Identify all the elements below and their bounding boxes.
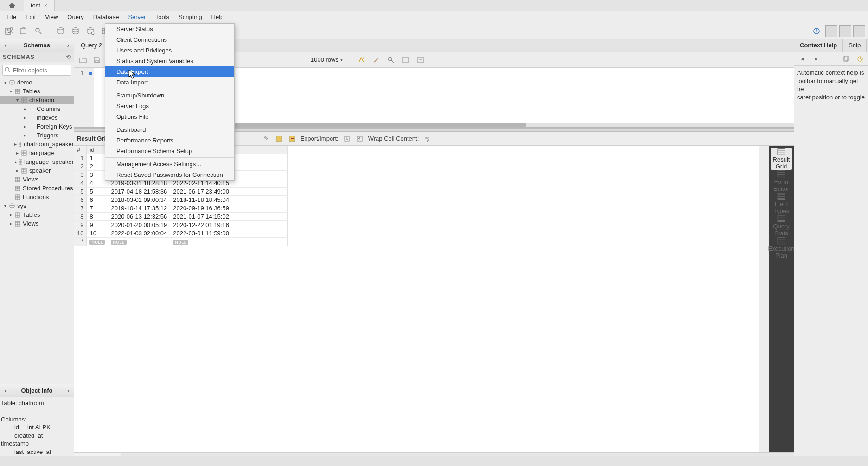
toggle-side-panel[interactable] [759,146,769,452]
svg-point-22 [10,204,14,206]
beautify-icon[interactable] [356,55,366,65]
table-row[interactable]: 10102022-01-03 02:00:042022-03-01 11:59:… [74,229,287,238]
server-menu-server-status[interactable]: Server Status [105,24,234,34]
server-menu-users-and-privileges[interactable]: Users and Privileges [105,45,234,56]
ctx-copy-icon[interactable] [841,54,851,64]
db-icon-2[interactable] [70,25,82,37]
ctx-auto-icon[interactable] [855,54,865,64]
menu-edit[interactable]: Edit [21,11,40,23]
table-language[interactable]: ▸language [0,149,74,157]
reconnect-icon[interactable] [811,25,823,37]
server-menu-server-logs[interactable]: Server Logs [105,101,234,111]
menu-view[interactable]: View [40,11,63,23]
menu-tools[interactable]: Tools [151,11,174,23]
result-view-query-stats[interactable]: QueryStats [771,214,792,237]
functions-folder[interactable]: Functions [0,193,74,201]
column-header-4[interactable] [232,146,287,154]
context-help-tab[interactable]: Context Help [794,39,843,52]
table-row[interactable]: 552017-04-18 21:58:362021-06-17 23:49:00 [74,188,287,196]
server-menu-options-file[interactable]: Options File [105,111,234,122]
menu-scripting[interactable]: Scripting [174,11,207,23]
server-menu-data-import[interactable]: Data Import [105,77,234,88]
panel-toggle-1[interactable] [825,25,837,37]
menu-help[interactable]: Help [207,11,229,23]
chevron-down-icon: ▾ [340,57,343,62]
new-sql-tab-icon[interactable]: SQL [3,25,15,37]
import-icon[interactable] [355,134,364,143]
refresh-icon[interactable]: ⟲ [66,53,71,60]
result-view-field-types[interactable]: FieldTypes [771,192,792,214]
menu-database[interactable]: Database [89,11,124,23]
server-menu-data-export[interactable]: Data Export [105,66,234,77]
svg-rect-24 [15,221,20,226]
add-row-icon[interactable] [274,134,284,143]
open-sql-icon[interactable] [18,25,30,37]
delete-row-icon[interactable] [287,134,297,143]
ctx-fwd-icon[interactable]: ▸ [811,54,821,64]
table-child-indexes[interactable]: ▸Indexes [0,113,74,122]
wrap-cell-icon[interactable] [422,134,432,143]
snippets-tab[interactable]: Snip [843,39,867,52]
toggle-invisible-icon[interactable] [401,55,411,65]
edit-icon[interactable]: ✎ [262,134,271,143]
server-menu-reset-saved-passwords-for-connection[interactable]: Reset Saved Passwords for Connection [105,169,234,180]
find-icon[interactable] [386,55,396,65]
export-icon[interactable] [342,134,351,143]
close-icon[interactable]: × [44,2,48,9]
db-icon-3[interactable] [84,25,96,37]
column-header-#[interactable]: # [74,146,87,154]
server-menu-management-access-settings-[interactable]: Management Access Settings… [105,159,234,169]
wrap-icon[interactable] [415,55,426,65]
filter-objects-input[interactable] [2,65,71,76]
sys-views-folder[interactable]: ▸Views [0,219,74,228]
connection-tab[interactable]: test × [24,0,55,11]
server-menu-status-and-system-variables[interactable]: Status and System Variables [105,56,234,66]
views-folder[interactable]: Views [0,175,74,184]
ctx-back-icon[interactable]: ◂ [797,54,807,64]
menu-query[interactable]: Query [63,11,88,23]
home-icon[interactable] [0,0,24,11]
schema-sys[interactable]: ▾sys [0,201,74,210]
open-file-icon[interactable] [78,55,88,65]
server-menu-startup-shutdown[interactable]: Startup/Shutdown [105,90,234,101]
nav-next-icon[interactable]: › [64,42,73,49]
panel-toggle-2[interactable] [839,25,851,37]
table-chatroom_speaker[interactable]: ▸chatroom_speaker [0,140,74,149]
tables-folder[interactable]: ▾Tables [0,87,74,96]
table-row[interactable]: 662018-03-01 09:00:342018-11-18 18:45:04 [74,196,287,204]
server-menu-performance-reports[interactable]: Performance Reports [105,135,234,146]
brush-icon[interactable] [371,55,381,65]
table-row[interactable]: 772019-10-14 17:35:122020-09-19 16:36:59 [74,204,287,213]
menu-server[interactable]: Server [123,11,150,23]
menu-separator [105,123,234,123]
objinfo-prev-icon[interactable]: ‹ [1,387,10,394]
editor-h-scrollbar[interactable] [148,123,794,127]
menu-file[interactable]: File [2,11,21,23]
result-view-form-editor[interactable]: FormEditor [771,170,792,192]
limit-rows-dropdown[interactable]: 1000 rows ▾ [311,55,343,65]
table-language_speaker[interactable]: ▸language_speaker [0,157,74,166]
table-row[interactable]: 882020-06-13 12:32:562021-01-07 14:15:02 [74,213,287,221]
sys-tables-folder[interactable]: ▸Tables [0,210,74,219]
result-grid[interactable]: #id1122332020-02-10 21:12:522020-08-27 1… [74,146,759,452]
save-file-icon[interactable] [92,55,102,65]
table-row-new[interactable]: *NULLNULLNULL [74,238,287,246]
result-view-result-grid[interactable]: ResultGrid [771,148,792,170]
result-view-execution-plan[interactable]: ExecutionPlan [771,237,792,259]
table-child-triggers[interactable]: ▸Triggers [0,131,74,140]
objinfo-next-icon[interactable]: › [64,387,73,394]
table-speaker[interactable]: ▸speaker [0,166,74,175]
panel-toggle-3[interactable] [853,25,865,37]
server-menu-dashboard[interactable]: Dashboard [105,124,234,135]
table-child-columns[interactable]: ▸Columns [0,104,74,113]
table-chatroom[interactable]: ▾chatroom [0,96,74,104]
server-menu-performance-schema-setup[interactable]: Performance Schema Setup [105,146,234,156]
stored-procedures-folder[interactable]: Stored Procedures [0,184,74,193]
table-child-foreign-keys[interactable]: ▸Foreign Keys [0,122,74,131]
inspector-icon[interactable] [32,25,45,37]
table-row[interactable]: 992020-01-20 00:05:192020-12-22 01:19:16 [74,221,287,229]
nav-prev-icon[interactable]: ‹ [1,42,10,49]
server-menu-client-connections[interactable]: Client Connections [105,34,234,45]
schema-demo[interactable]: ▾demo [0,78,74,87]
db-icon-1[interactable] [55,25,67,37]
